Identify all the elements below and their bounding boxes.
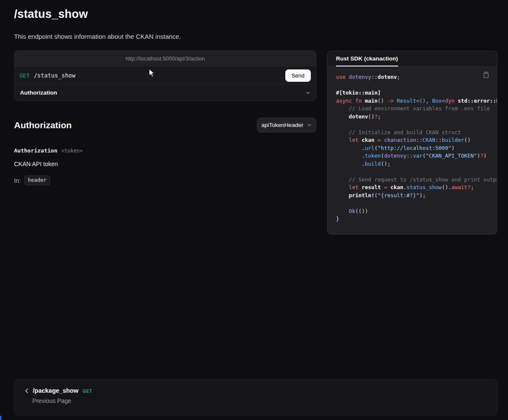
chevron-down-icon bbox=[307, 123, 312, 127]
auth-in-row: In: header bbox=[14, 175, 50, 185]
previous-page-title: /package_show bbox=[33, 387, 78, 394]
request-row: GET /status_show Send bbox=[14, 66, 316, 85]
method-badge: GET bbox=[20, 72, 29, 79]
previous-page-label: Previous Page bbox=[32, 397, 488, 404]
code-tabbar: Rust SDK (ckanaction) bbox=[327, 51, 497, 67]
rust-code-block: use dotenvy::dotenv; #[tokio::main]async… bbox=[327, 67, 497, 223]
auth-param-type: <token> bbox=[61, 148, 83, 154]
auth-param-name: Authorization bbox=[14, 147, 57, 154]
code-area: use dotenvy::dotenv; #[tokio::main]async… bbox=[327, 67, 497, 234]
previous-page-row: /package_show GET bbox=[24, 387, 488, 394]
auth-param: Authorization <token> bbox=[14, 147, 83, 154]
scroll-accent-sliver bbox=[0, 416, 1, 420]
authorization-accordion-label: Authorization bbox=[20, 89, 57, 96]
chevron-down-icon bbox=[305, 90, 310, 95]
auth-in-value-badge: header bbox=[24, 175, 50, 185]
endpoint-path: /status_show bbox=[34, 72, 75, 79]
copy-icon[interactable] bbox=[482, 71, 490, 81]
auth-in-label: In: bbox=[14, 177, 21, 184]
chevron-left-icon bbox=[24, 388, 29, 394]
previous-page-card[interactable]: /package_show GET Previous Page bbox=[14, 379, 497, 415]
authorization-accordion[interactable]: Authorization bbox=[14, 85, 316, 101]
base-url: http://localhost:5000/api/3/action bbox=[14, 51, 316, 66]
authorization-heading: Authorization bbox=[14, 120, 72, 130]
code-sample-panel: Rust SDK (ckanaction) use dotenvy::doten… bbox=[327, 51, 497, 235]
auth-scheme-select[interactable]: apiTokenHeader bbox=[257, 118, 316, 132]
page-title: /status_show bbox=[14, 8, 88, 21]
auth-scheme-value: apiTokenHeader bbox=[261, 122, 303, 128]
send-button[interactable]: Send bbox=[285, 69, 311, 82]
auth-param-description: CKAN API token bbox=[14, 161, 58, 167]
api-playground-card: http://localhost:5000/api/3/action GET /… bbox=[14, 50, 316, 101]
tab-rust-sdk[interactable]: Rust SDK (ckanaction) bbox=[336, 51, 398, 66]
previous-page-method-badge: GET bbox=[83, 389, 92, 394]
page-description: This endpoint shows information about th… bbox=[14, 33, 181, 40]
